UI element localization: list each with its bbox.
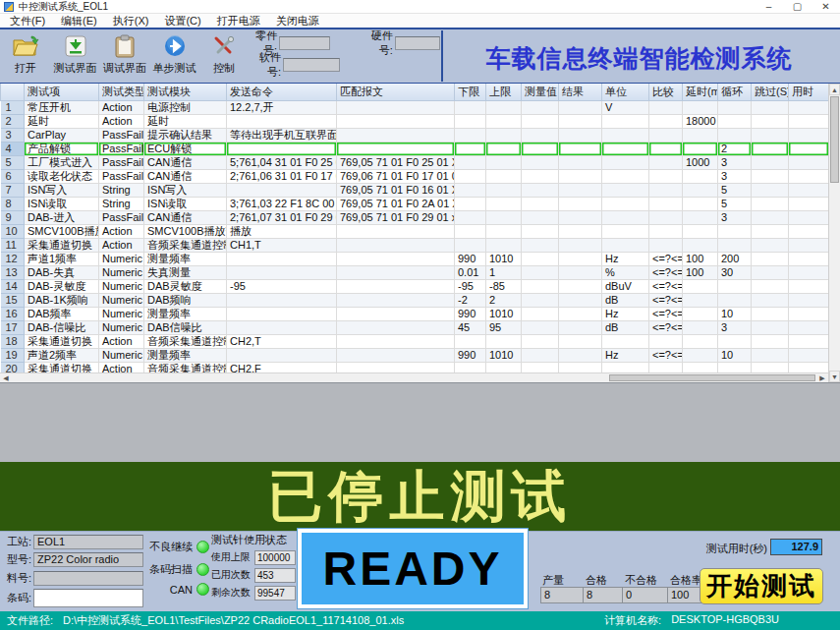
- vertical-scroll-thumb[interactable]: [830, 96, 839, 183]
- table-row[interactable]: 15 DAB-1K频响 Numeric DAB频响 -2 2 dB <=?<=: [1, 293, 829, 307]
- menu-item[interactable]: 文件(F): [2, 14, 53, 28]
- column-header[interactable]: 比较: [649, 84, 683, 100]
- column-header[interactable]: 单位: [602, 84, 649, 100]
- table-row[interactable]: 8 ISN读取 String ISN读取 3;761,03 22 F1 8C 0…: [1, 197, 829, 210]
- cell-loop: 200: [718, 252, 752, 265]
- cell-delay: 18000: [683, 114, 718, 128]
- menu-item[interactable]: 执行(X): [105, 14, 157, 28]
- row-number-cell[interactable]: 17: [1, 320, 25, 334]
- table-row[interactable]: 13 DAB-失真 Numeric 失真测量 0.01 1 % <=?<= 10…: [1, 265, 829, 279]
- column-header[interactable]: 测试模块: [144, 84, 227, 100]
- row-number-cell[interactable]: 14: [1, 279, 25, 293]
- row-number-cell[interactable]: 13: [1, 265, 25, 279]
- column-header[interactable]: 下限: [455, 84, 486, 100]
- column-header[interactable]: 匹配报文: [337, 84, 455, 100]
- software-number-input[interactable]: [283, 58, 340, 72]
- table-row[interactable]: 6 读取老化状态 PassFail CAN通信 2;761,06 31 01 F…: [1, 169, 829, 183]
- scroll-right-icon[interactable]: ▶: [816, 373, 828, 382]
- column-header[interactable]: 用时: [789, 84, 829, 100]
- menu-item[interactable]: 关闭电源: [268, 14, 327, 28]
- cell-lower-limit: 45: [455, 320, 486, 334]
- menu-item[interactable]: 编辑(E): [53, 14, 105, 28]
- cell-test-item: DAB-信噪比: [25, 320, 99, 334]
- cell-lower-limit: [455, 100, 486, 114]
- usage-limit-label: 使用上限: [211, 550, 254, 564]
- column-header[interactable]: 上限: [486, 84, 522, 100]
- horizontal-scroll-thumb[interactable]: [609, 374, 815, 381]
- cell-loop: 3: [718, 169, 752, 183]
- column-header[interactable]: 循环: [718, 84, 752, 100]
- row-number-cell[interactable]: 15: [1, 293, 25, 307]
- row-number-cell[interactable]: 8: [1, 197, 25, 210]
- step-test-button[interactable]: 单步测试: [151, 32, 198, 76]
- column-header[interactable]: 延时(ms): [683, 84, 718, 100]
- row-number-cell[interactable]: 7: [1, 183, 25, 197]
- row-number-cell[interactable]: 11: [1, 238, 25, 252]
- table-row[interactable]: 16 DAB频率 Numeric 测量频率 990 1010 Hz <=?<= …: [1, 307, 829, 320]
- row-number-cell[interactable]: 9: [1, 210, 25, 224]
- column-header[interactable]: 跳过(S): [752, 84, 789, 100]
- start-test-button[interactable]: 开始测试: [700, 568, 823, 604]
- open-button[interactable]: 打开: [2, 32, 49, 76]
- row-number-cell[interactable]: 5: [1, 155, 25, 169]
- table-row[interactable]: 1 常压开机 Action 电源控制 12.2,7,开 V: [1, 100, 829, 114]
- model-field[interactable]: ZP22 Color radio: [33, 552, 143, 567]
- row-number-cell[interactable]: 4: [1, 142, 25, 155]
- row-number-cell[interactable]: 3: [1, 128, 25, 142]
- maximize-button[interactable]: ▢: [783, 0, 812, 14]
- debug-screen-button[interactable]: 调试界面: [101, 32, 148, 76]
- row-number-cell[interactable]: 10: [1, 224, 25, 238]
- barcode-scan-label: 条码扫描: [147, 562, 193, 577]
- row-number-cell[interactable]: 1: [1, 100, 25, 114]
- column-header[interactable]: [1, 84, 25, 100]
- row-number-cell[interactable]: 12: [1, 252, 25, 265]
- vertical-scrollbar[interactable]: ▲ ▼: [828, 84, 840, 382]
- scroll-up-icon[interactable]: ▲: [829, 84, 840, 95]
- table-row[interactable]: 5 工厂模式进入 PassFail CAN通信 5;761,04 31 01 F…: [1, 155, 829, 169]
- row-number-cell[interactable]: 18: [1, 334, 25, 348]
- row-number-cell[interactable]: 16: [1, 307, 25, 320]
- table-row[interactable]: 11 采集通道切换 Action 音频采集通道控制 CH1,T: [1, 238, 829, 252]
- test-screen-button[interactable]: 测试界面: [52, 32, 99, 76]
- row-number-cell[interactable]: 19: [1, 348, 25, 362]
- minimize-button[interactable]: –: [755, 0, 783, 14]
- table-row[interactable]: 2 延时 Action 延时 18000: [1, 114, 829, 128]
- menu-item[interactable]: 打开电源: [209, 14, 268, 28]
- table-row[interactable]: 3 CarPlay PassFail 提示确认结果 等待出现手机互联界面,滑动屏…: [1, 128, 829, 142]
- scroll-left-icon[interactable]: ◀: [0, 373, 12, 382]
- table-row[interactable]: 4 产品解锁 PassFail ECU解锁 2: [1, 142, 829, 155]
- status-banner: 已停止测试: [0, 462, 840, 531]
- table-row[interactable]: 9 DAB-进入 PassFail CAN通信 2;761,07 31 01 F…: [1, 210, 829, 224]
- part-number-input[interactable]: [279, 36, 330, 50]
- table-row[interactable]: 10 SMCV100B播放 Action SMCV100B播放暂停 播放: [1, 224, 829, 238]
- column-header[interactable]: 结果: [559, 84, 602, 100]
- hardware-number-input[interactable]: [395, 36, 440, 50]
- table-row[interactable]: 7 ISN写入 String ISN写入 769,05 71 01 F0 16 …: [1, 183, 829, 197]
- cell-delay: [683, 348, 718, 362]
- cell-unit: [602, 142, 649, 155]
- control-icon: [212, 32, 236, 60]
- cell-send-command: [227, 142, 337, 155]
- menu-item[interactable]: 设置(C): [156, 14, 208, 28]
- column-header[interactable]: 测试项: [25, 84, 99, 100]
- column-header[interactable]: 测量值: [522, 84, 559, 100]
- table-row[interactable]: 12 声道1频率 Numeric 测量频率 990 1010 Hz <=?<= …: [1, 252, 829, 265]
- scroll-down-icon[interactable]: ▼: [829, 371, 840, 382]
- cell-test-type: Numeric: [99, 265, 144, 279]
- column-header[interactable]: 发送命令: [227, 84, 337, 100]
- table-row[interactable]: 19 声道2频率 Numeric 测量频率 990 1010 Hz <=?<= …: [1, 348, 829, 362]
- barcode-input[interactable]: [33, 589, 143, 607]
- horizontal-scrollbar[interactable]: ◀ ▶: [0, 372, 828, 382]
- row-number-cell[interactable]: 2: [1, 114, 25, 128]
- table-row[interactable]: 17 DAB-信噪比 Numeric DAB信噪比 45 95 dB <=?<=…: [1, 320, 829, 334]
- table-row[interactable]: 14 DAB-灵敏度 Numeric DAB灵敏度 -95 -95 -85 dB…: [1, 279, 829, 293]
- material-field[interactable]: [33, 571, 143, 586]
- row-number-cell[interactable]: 6: [1, 169, 25, 183]
- column-header[interactable]: 测试类型: [99, 84, 144, 100]
- table-row[interactable]: 18 采集通道切换 Action 音频采集通道控制 CH2,T: [1, 334, 829, 348]
- cell-measured-value: [522, 114, 559, 128]
- cell-skip: [752, 293, 789, 307]
- station-field[interactable]: EOL1: [33, 535, 143, 549]
- control-button[interactable]: 控制: [200, 32, 248, 76]
- close-button[interactable]: ✕: [812, 0, 840, 14]
